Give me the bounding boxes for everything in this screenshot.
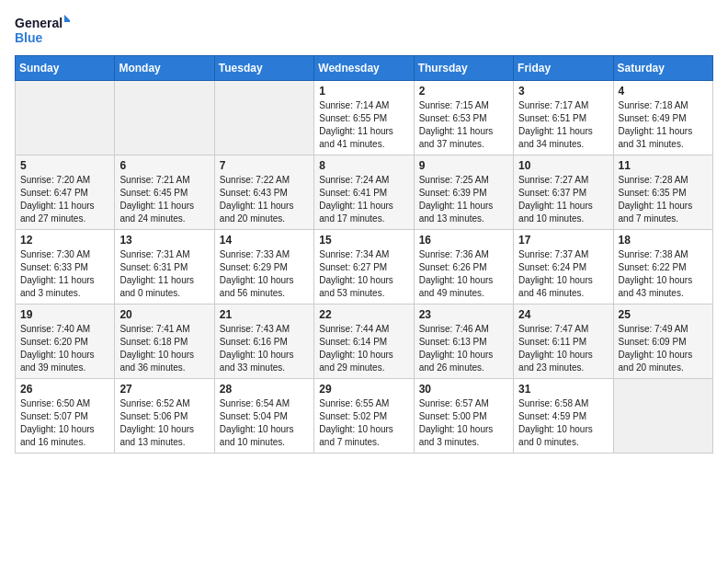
day-number: 12 [20,234,109,247]
calendar-day-24: 24Sunrise: 7:47 AM Sunset: 6:11 PM Dayli… [514,304,613,379]
day-number: 15 [319,234,408,247]
calendar-week-row: 12Sunrise: 7:30 AM Sunset: 6:33 PM Dayli… [16,230,713,304]
day-number: 6 [119,159,209,172]
calendar-day-25: 25Sunrise: 7:49 AM Sunset: 6:09 PM Dayli… [613,304,712,379]
calendar-day-8: 8Sunrise: 7:24 AM Sunset: 6:41 PM Daylig… [314,155,414,230]
day-number: 14 [220,234,309,247]
svg-marker-2 [64,15,70,22]
calendar-week-row: 26Sunrise: 6:50 AM Sunset: 5:07 PM Dayli… [16,379,713,454]
weekday-header-saturday: Saturday [613,56,712,81]
day-info: Sunrise: 7:28 AM Sunset: 6:35 PM Dayligh… [619,174,708,225]
day-info: Sunrise: 6:55 AM Sunset: 5:02 PM Dayligh… [319,397,408,449]
calendar-day-22: 22Sunrise: 7:44 AM Sunset: 6:14 PM Dayli… [314,304,414,379]
day-info: Sunrise: 7:44 AM Sunset: 6:14 PM Dayligh… [319,323,408,374]
day-number: 26 [20,383,109,396]
day-number: 2 [419,85,508,98]
day-number: 1 [319,85,408,98]
day-number: 20 [119,308,209,321]
calendar-day-28: 28Sunrise: 6:54 AM Sunset: 5:04 PM Dayli… [214,379,313,454]
svg-text:Blue: Blue [15,30,43,45]
day-info: Sunrise: 7:36 AM Sunset: 6:26 PM Dayligh… [419,248,508,300]
calendar-week-row: 1Sunrise: 7:14 AM Sunset: 6:55 PM Daylig… [16,81,713,155]
day-number: 22 [319,308,408,321]
day-info: Sunrise: 6:58 AM Sunset: 4:59 PM Dayligh… [518,397,608,449]
calendar-day-3: 3Sunrise: 7:17 AM Sunset: 6:51 PM Daylig… [514,81,613,155]
day-info: Sunrise: 7:34 AM Sunset: 6:27 PM Dayligh… [319,248,408,300]
calendar-day-12: 12Sunrise: 7:30 AM Sunset: 6:33 PM Dayli… [16,230,115,304]
calendar-day-10: 10Sunrise: 7:27 AM Sunset: 6:37 PM Dayli… [514,155,613,230]
day-info: Sunrise: 7:17 AM Sunset: 6:51 PM Dayligh… [518,99,608,151]
calendar-day-13: 13Sunrise: 7:31 AM Sunset: 6:31 PM Dayli… [115,230,214,304]
calendar-day-15: 15Sunrise: 7:34 AM Sunset: 6:27 PM Dayli… [314,230,414,304]
calendar-day-9: 9Sunrise: 7:25 AM Sunset: 6:39 PM Daylig… [414,155,513,230]
calendar-empty-cell [16,81,115,155]
calendar-week-row: 5Sunrise: 7:20 AM Sunset: 6:47 PM Daylig… [16,155,713,230]
day-number: 7 [220,159,309,172]
calendar-day-26: 26Sunrise: 6:50 AM Sunset: 5:07 PM Dayli… [16,379,115,454]
calendar-day-7: 7Sunrise: 7:22 AM Sunset: 6:43 PM Daylig… [214,155,313,230]
calendar-empty-cell [115,81,214,155]
day-info: Sunrise: 7:38 AM Sunset: 6:22 PM Dayligh… [619,248,708,300]
day-info: Sunrise: 7:47 AM Sunset: 6:11 PM Dayligh… [518,323,608,374]
day-number: 4 [619,85,708,98]
calendar-table: SundayMondayTuesdayWednesdayThursdayFrid… [15,55,713,454]
header: General Blue [15,9,713,48]
day-info: Sunrise: 7:31 AM Sunset: 6:31 PM Dayligh… [119,248,209,300]
day-number: 28 [220,383,309,396]
calendar-empty-cell [214,81,313,155]
calendar-day-21: 21Sunrise: 7:43 AM Sunset: 6:16 PM Dayli… [214,304,313,379]
calendar-day-18: 18Sunrise: 7:38 AM Sunset: 6:22 PM Dayli… [613,230,712,304]
day-info: Sunrise: 7:25 AM Sunset: 6:39 PM Dayligh… [419,174,508,225]
day-number: 19 [20,308,109,321]
day-number: 24 [518,308,608,321]
day-info: Sunrise: 7:18 AM Sunset: 6:49 PM Dayligh… [619,99,708,151]
calendar-day-6: 6Sunrise: 7:21 AM Sunset: 6:45 PM Daylig… [115,155,214,230]
weekday-header-wednesday: Wednesday [314,56,414,81]
calendar-day-19: 19Sunrise: 7:40 AM Sunset: 6:20 PM Dayli… [16,304,115,379]
day-info: Sunrise: 7:20 AM Sunset: 6:47 PM Dayligh… [20,174,109,225]
day-info: Sunrise: 7:46 AM Sunset: 6:13 PM Dayligh… [419,323,508,374]
day-number: 27 [119,383,209,396]
calendar-day-1: 1Sunrise: 7:14 AM Sunset: 6:55 PM Daylig… [314,81,414,155]
calendar-day-2: 2Sunrise: 7:15 AM Sunset: 6:53 PM Daylig… [414,81,513,155]
day-number: 10 [518,159,608,172]
day-info: Sunrise: 7:49 AM Sunset: 6:09 PM Dayligh… [619,323,708,374]
day-info: Sunrise: 7:24 AM Sunset: 6:41 PM Dayligh… [319,174,408,225]
day-info: Sunrise: 7:30 AM Sunset: 6:33 PM Dayligh… [20,248,109,300]
svg-text:General: General [15,16,63,30]
calendar-day-4: 4Sunrise: 7:18 AM Sunset: 6:49 PM Daylig… [613,81,712,155]
logo-svg: General Blue [15,13,70,48]
calendar-day-27: 27Sunrise: 6:52 AM Sunset: 5:06 PM Dayli… [115,379,214,454]
day-number: 3 [518,85,608,98]
day-info: Sunrise: 7:41 AM Sunset: 6:18 PM Dayligh… [119,323,209,374]
day-number: 5 [20,159,109,172]
day-number: 29 [319,383,408,396]
day-info: Sunrise: 7:33 AM Sunset: 6:29 PM Dayligh… [220,248,309,300]
calendar-day-17: 17Sunrise: 7:37 AM Sunset: 6:24 PM Dayli… [514,230,613,304]
day-info: Sunrise: 7:40 AM Sunset: 6:20 PM Dayligh… [20,323,109,374]
calendar-day-23: 23Sunrise: 7:46 AM Sunset: 6:13 PM Dayli… [414,304,513,379]
day-number: 23 [419,308,508,321]
day-info: Sunrise: 6:57 AM Sunset: 5:00 PM Dayligh… [419,397,508,449]
calendar-day-30: 30Sunrise: 6:57 AM Sunset: 5:00 PM Dayli… [414,379,513,454]
calendar-day-11: 11Sunrise: 7:28 AM Sunset: 6:35 PM Dayli… [613,155,712,230]
calendar-day-14: 14Sunrise: 7:33 AM Sunset: 6:29 PM Dayli… [214,230,313,304]
weekday-header-sunday: Sunday [16,56,115,81]
day-number: 11 [619,159,708,172]
day-number: 18 [619,234,708,247]
day-number: 21 [220,308,309,321]
calendar-day-31: 31Sunrise: 6:58 AM Sunset: 4:59 PM Dayli… [514,379,613,454]
day-info: Sunrise: 7:14 AM Sunset: 6:55 PM Dayligh… [319,99,408,151]
day-info: Sunrise: 6:52 AM Sunset: 5:06 PM Dayligh… [119,397,209,449]
calendar-day-5: 5Sunrise: 7:20 AM Sunset: 6:47 PM Daylig… [16,155,115,230]
calendar-week-row: 19Sunrise: 7:40 AM Sunset: 6:20 PM Dayli… [16,304,713,379]
day-info: Sunrise: 7:37 AM Sunset: 6:24 PM Dayligh… [518,248,608,300]
calendar-empty-cell [613,379,712,454]
weekday-header-friday: Friday [514,56,613,81]
day-info: Sunrise: 7:15 AM Sunset: 6:53 PM Dayligh… [419,99,508,151]
day-info: Sunrise: 7:21 AM Sunset: 6:45 PM Dayligh… [119,174,209,225]
day-info: Sunrise: 6:54 AM Sunset: 5:04 PM Dayligh… [220,397,309,449]
calendar-day-29: 29Sunrise: 6:55 AM Sunset: 5:02 PM Dayli… [314,379,414,454]
day-number: 9 [419,159,508,172]
day-number: 25 [619,308,708,321]
